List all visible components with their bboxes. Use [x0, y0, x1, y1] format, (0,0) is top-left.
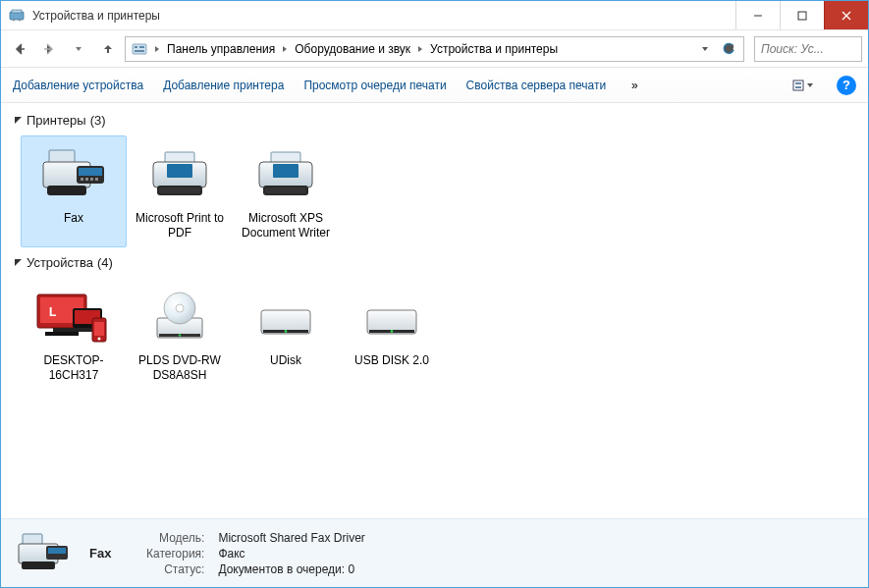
help-button[interactable]: ?: [837, 76, 856, 95]
details-rows: Модель:Microsoft Shared Fax DriverКатего…: [146, 531, 365, 576]
svg-rect-5: [798, 12, 806, 20]
breadcrumb-item[interactable]: Устройства и принтеры: [426, 38, 562, 60]
refresh-button[interactable]: [718, 38, 739, 60]
item-grid: L DESKTOP-16CH317 PLDS DVD-RW D: [1, 274, 868, 394]
forward-button[interactable]: [36, 36, 62, 62]
svg-rect-60: [22, 561, 55, 569]
svg-rect-22: [81, 178, 83, 181]
details-row-value: Факс: [218, 547, 364, 561]
device-label: UDisk: [270, 353, 301, 368]
drive-icon: [246, 285, 325, 351]
svg-rect-33: [273, 164, 299, 178]
svg-point-3: [19, 19, 21, 21]
back-button[interactable]: [7, 36, 32, 62]
dvd-icon: [140, 285, 219, 351]
device-label: Microsoft XPS Document Writer: [238, 211, 334, 241]
svg-rect-62: [48, 548, 66, 554]
window: Устройства и принтеры: [0, 0, 869, 588]
device-item[interactable]: L DESKTOP-16CH317: [21, 278, 127, 390]
toolbar: Добавление устройства Добавление принтер…: [1, 68, 868, 103]
chevron-right-icon[interactable]: [414, 38, 426, 60]
svg-rect-25: [95, 178, 98, 181]
svg-rect-39: [53, 328, 71, 332]
toolbar-overflow-button[interactable]: »: [625, 77, 643, 94]
toolbar-item-print-queue[interactable]: Просмотр очереди печати: [303, 79, 446, 92]
details-row-key: Модель:: [146, 531, 204, 545]
desktop-red-icon: L: [34, 285, 113, 351]
item-grid: Fax Microsoft Print to PDF Microsoft XPS…: [1, 132, 868, 251]
svg-point-57: [391, 330, 394, 333]
app-icon: [7, 6, 27, 26]
minimize-button[interactable]: [735, 1, 780, 29]
fax-icon: [34, 142, 113, 209]
group-count: (3): [90, 113, 106, 128]
group-header[interactable]: Устройства (4): [1, 251, 868, 274]
svg-rect-12: [139, 46, 144, 48]
printer-icon: [140, 142, 219, 209]
control-panel-icon: [130, 39, 149, 59]
chevron-right-icon[interactable]: [279, 38, 291, 60]
svg-rect-24: [90, 178, 93, 181]
device-item[interactable]: UDisk: [233, 278, 339, 390]
details-pane: Fax Модель:Microsoft Shared Fax DriverКа…: [1, 518, 868, 587]
svg-rect-35: [265, 187, 306, 193]
group-title: Устройства: [27, 255, 93, 270]
maximize-button[interactable]: [780, 1, 824, 29]
recent-locations-button[interactable]: [66, 36, 91, 62]
device-label: USB DISK 2.0: [354, 353, 429, 368]
search-box[interactable]: [754, 36, 862, 62]
navbar: Панель управления Оборудование и звук Ус…: [1, 30, 868, 68]
svg-rect-13: [135, 50, 144, 52]
details-row-key: Категория:: [146, 547, 204, 561]
collapse-triangle-icon: [13, 116, 23, 126]
toolbar-item-add-device[interactable]: Добавление устройства: [13, 79, 143, 92]
svg-rect-10: [133, 44, 146, 54]
breadcrumb-item[interactable]: Панель управления: [163, 38, 279, 60]
titlebar: Устройства и принтеры: [1, 1, 868, 30]
breadcrumb-item[interactable]: Оборудование и звук: [291, 38, 414, 60]
address-bar[interactable]: Панель управления Оборудование и звук Ус…: [125, 36, 744, 62]
details-row-value: Microsoft Shared Fax Driver: [218, 531, 364, 545]
close-button[interactable]: [824, 1, 868, 29]
group-count: (4): [97, 255, 113, 270]
details-row-key: Статус:: [146, 562, 204, 576]
content-pane: Принтеры (3) Fax Microsoft Print to PDF: [1, 103, 868, 518]
svg-point-46: [98, 338, 101, 341]
svg-rect-45: [94, 322, 104, 336]
collapse-triangle-icon: [13, 258, 23, 268]
toolbar-item-server-props[interactable]: Свойства сервера печати: [466, 79, 607, 92]
device-label: PLDS DVD-RW DS8A8SH: [132, 353, 228, 383]
svg-rect-30: [159, 187, 200, 193]
details-icon: [15, 530, 72, 577]
svg-rect-14: [793, 80, 803, 90]
svg-rect-16: [795, 86, 801, 88]
history-chevron-button[interactable]: [694, 38, 716, 60]
group-title: Принтеры: [27, 113, 86, 128]
device-label: DESKTOP-16CH317: [26, 353, 122, 383]
view-mode-button[interactable]: [789, 75, 817, 96]
device-label: Microsoft Print to PDF: [132, 211, 228, 241]
device-item[interactable]: USB DISK 2.0: [339, 278, 445, 390]
device-item[interactable]: Fax: [21, 135, 127, 247]
svg-rect-40: [45, 332, 79, 336]
svg-point-54: [285, 330, 288, 333]
svg-text:L: L: [49, 305, 56, 319]
details-row-value: Документов в очереди: 0: [218, 562, 364, 576]
printer-icon: [246, 142, 325, 209]
device-item[interactable]: PLDS DVD-RW DS8A8SH: [127, 278, 233, 390]
device-item[interactable]: Microsoft XPS Document Writer: [233, 135, 339, 247]
svg-point-51: [176, 304, 184, 312]
chevron-right-icon[interactable]: [151, 38, 163, 60]
device-item[interactable]: Microsoft Print to PDF: [127, 135, 233, 247]
search-input[interactable]: [759, 41, 857, 57]
svg-point-49: [179, 334, 181, 336]
svg-rect-23: [85, 178, 88, 181]
group-header[interactable]: Принтеры (3): [1, 109, 868, 132]
svg-rect-1: [12, 10, 22, 13]
up-button[interactable]: [95, 36, 121, 62]
svg-rect-28: [167, 164, 192, 178]
svg-rect-15: [795, 82, 801, 84]
toolbar-item-add-printer[interactable]: Добавление принтера: [163, 79, 284, 92]
details-name: Fax: [89, 546, 129, 561]
svg-rect-21: [79, 168, 102, 176]
